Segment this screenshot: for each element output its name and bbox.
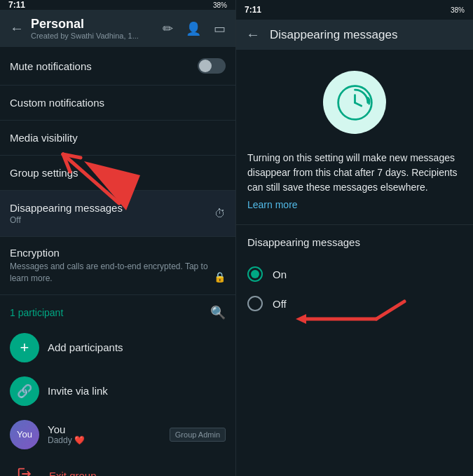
media-visibility-item[interactable]: Media visibility [0,121,235,156]
disappearing-sublabel: Off [10,215,123,225]
status-bar-right: 7:11 38% [236,0,473,20]
participants-section-header: 1 participant 🔍 [0,295,235,326]
right-content: Turning on this setting will make new me… [236,50,473,476]
invite-label: Invite via link [48,385,108,397]
lock-icon: 🔒 [214,271,226,285]
invite-link-item[interactable]: 🔗 Invite via link [0,369,235,413]
learn-more-link[interactable]: Learn more [247,199,462,210]
mute-label: Mute notifications [10,60,92,72]
description-text: Turning on this setting will make new me… [247,151,462,195]
right-header: ← Disappearing messages [236,20,473,50]
svg-line-6 [355,102,361,106]
disappearing-messages-item[interactable]: Disappearing messages Off ⏱ [0,191,235,237]
radio-on-inner [251,270,259,278]
custom-notifications-item[interactable]: Custom notifications [0,86,235,121]
radio-off-outer [247,296,263,311]
disappearing-icon: ⏱ [214,208,226,220]
exit-icon [10,466,39,476]
status-icons-left: 38% [213,1,227,9]
you-info: You Daddy ❤️ [48,423,85,445]
header-left: ← Personal Created by Swathi Vadhina, 1.… [10,17,139,40]
disappearing-label: Disappearing messages [10,202,123,214]
left-panel: 7:11 38% ← Personal Created by Swathi Va… [0,0,236,476]
you-name: You [48,423,85,435]
mute-notifications-item[interactable]: Mute notifications [0,47,235,86]
participants-count: 1 participant [10,307,63,318]
header-title-group: Personal Created by Swathi Vadhina, 1... [31,17,139,40]
search-icon[interactable]: 🔍 [210,305,226,320]
disappearing-section-label: Disappearing messages [247,236,462,248]
right-back-arrow-icon[interactable]: ← [246,27,260,43]
option-on[interactable]: On [247,259,462,289]
radio-on-outer [247,266,263,282]
option-on-label: On [273,268,287,280]
status-time-right: 7:11 [245,5,261,15]
encryption-desc: Messages and calls are end-to-end encryp… [10,261,226,285]
edit-icon[interactable]: ✏ [163,21,173,36]
battery-icon-right: 38% [451,6,465,14]
invite-avatar: 🔗 [10,376,39,406]
exit-group-item[interactable]: Exit group [0,456,235,476]
option-off-label: Off [273,298,287,310]
left-header: ← Personal Created by Swathi Vadhina, 1.… [0,10,235,47]
battery-icon: 38% [213,1,227,9]
status-time-left: 7:11 [8,0,25,10]
you-item[interactable]: You You Daddy ❤️ Group Admin [0,413,235,456]
group-settings-label: Group settings [10,167,78,179]
encryption-item[interactable]: Encryption Messages and calls are end-to… [0,237,235,295]
add-participants-label: Add participants [48,341,123,353]
you-sub: Daddy ❤️ [48,435,85,445]
timer-icon-circle [323,71,386,134]
add-participants-item[interactable]: + Add participants [0,326,235,369]
group-settings-item[interactable]: Group settings [0,156,235,191]
header-icons: ✏ 👤 ▭ [163,21,226,36]
encryption-title: Encryption [10,247,226,259]
media-label: Media visibility [10,132,78,144]
admin-badge: Group Admin [170,428,226,442]
group-title: Personal [31,17,139,32]
disappearing-label-group: Disappearing messages Off [10,202,123,225]
status-icons-right: 38% [451,6,465,14]
right-header-title: Disappearing messages [270,28,397,42]
option-off[interactable]: Off [247,289,462,318]
group-subtitle: Created by Swathi Vadhina, 1... [31,32,139,40]
exit-label: Exit group [49,470,97,476]
right-panel: 7:11 38% ← Disappearing messages [236,0,473,476]
divider [236,224,473,225]
add-person-icon[interactable]: 👤 [186,21,201,36]
status-bar-left: 7:11 38% [0,0,235,10]
add-participants-avatar: + [10,333,39,362]
mute-toggle[interactable] [198,58,226,74]
video-call-icon[interactable]: ▭ [214,21,226,36]
custom-label: Custom notifications [10,97,104,109]
back-arrow-icon[interactable]: ← [10,20,24,36]
you-avatar: You [10,420,39,449]
toggle-thumb [199,60,212,72]
